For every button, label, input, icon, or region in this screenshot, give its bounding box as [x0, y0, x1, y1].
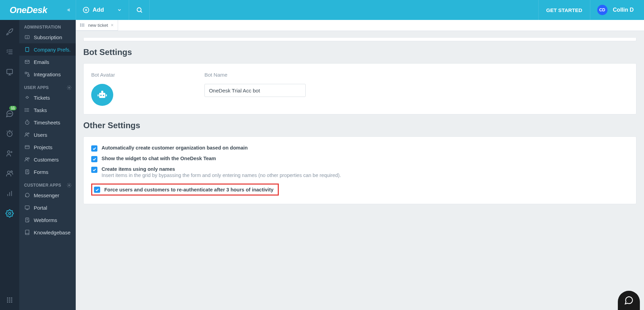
bot-avatar[interactable] — [91, 84, 113, 106]
sidebar-item-knowledgebase[interactable]: Knowledgebase — [19, 226, 76, 239]
rail-apps-icon[interactable] — [0, 294, 19, 306]
rail-messenger-icon[interactable]: 11 — [0, 108, 19, 120]
svg-point-14 — [8, 151, 10, 153]
sidebar-section-user-apps: USER APPS — [19, 80, 76, 91]
webforms-icon — [24, 217, 30, 223]
sidebar-item-projects[interactable]: Projects — [19, 141, 76, 153]
sidebar-item-users[interactable]: Users — [19, 129, 76, 141]
rail-tasks-icon[interactable] — [0, 46, 19, 58]
svg-text:$: $ — [27, 36, 28, 38]
sidebar-item-forms[interactable]: Forms — [19, 166, 76, 178]
collapse-sidebar-icon[interactable] — [67, 8, 72, 12]
gear-icon[interactable] — [67, 85, 72, 90]
rail-projects-icon[interactable] — [0, 66, 19, 78]
add-label: Add — [93, 7, 104, 13]
rail-analytics-icon[interactable] — [0, 188, 19, 199]
add-button[interactable]: + Add — [76, 0, 129, 20]
svg-point-9 — [10, 113, 10, 114]
logo-text: OneDesk — [10, 5, 47, 15]
setting-row-show-widget: Show the widget to chat with the OneDesk… — [91, 156, 629, 162]
svg-point-69 — [103, 95, 104, 96]
avatar[interactable]: CD — [597, 5, 608, 15]
gear-icon[interactable] — [67, 183, 72, 188]
sidebar-section-administration: ADMINISTRATION — [19, 20, 76, 31]
panel-sliver — [83, 38, 636, 41]
nav-rail: 11 — [0, 20, 19, 310]
svg-point-46 — [25, 111, 25, 111]
sidebar-item-tasks[interactable]: Tasks — [19, 104, 76, 116]
panel-bot-settings: Bot Avatar Bot Name — [83, 63, 636, 114]
sidebar-item-tickets[interactable]: Tickets — [19, 91, 76, 104]
username[interactable]: Collin D — [613, 7, 644, 13]
integrations-icon — [24, 71, 30, 77]
rail-getting-started-icon[interactable] — [0, 26, 19, 38]
svg-point-64 — [80, 24, 81, 24]
logo[interactable]: OneDesk — [0, 0, 76, 20]
sidebar: ADMINISTRATION $ Subscription Company Pr… — [19, 20, 76, 310]
sidebar-item-webforms[interactable]: Webforms — [19, 214, 76, 226]
tasks-icon — [24, 107, 30, 113]
svg-point-50 — [25, 133, 27, 135]
checkbox[interactable] — [94, 187, 100, 193]
svg-point-11 — [7, 132, 12, 137]
bot-avatar-label: Bot Avatar — [91, 72, 115, 78]
close-icon[interactable]: × — [111, 22, 114, 28]
sidebar-item-portal[interactable]: Portal — [19, 201, 76, 214]
svg-point-47 — [25, 121, 29, 124]
sidebar-item-label: Knowledgebase — [34, 230, 71, 235]
search-button[interactable] — [129, 0, 150, 20]
sidebar-item-emails[interactable]: Emails — [19, 56, 76, 68]
chat-bubble-button[interactable] — [618, 291, 640, 310]
sidebar-item-timesheets[interactable]: Timesheets — [19, 116, 76, 129]
checkbox[interactable] — [91, 167, 97, 173]
sidebar-item-messenger[interactable]: Messenger — [19, 189, 76, 201]
subscription-icon: $ — [24, 34, 30, 40]
rail-badge: 11 — [9, 106, 17, 110]
sidebar-item-label: Customers — [34, 157, 59, 163]
plus-icon: + — [83, 7, 89, 13]
panel-other-settings: Automatically create customer organizati… — [83, 136, 636, 204]
sidebar-item-label: Tickets — [34, 95, 50, 101]
setting-row-auto-create-org: Automatically create customer organizati… — [91, 145, 629, 152]
svg-rect-22 — [9, 298, 10, 299]
emails-icon — [24, 59, 30, 65]
chevron-down-icon — [117, 8, 122, 12]
messenger-icon — [24, 192, 30, 198]
get-started-button[interactable]: GET STARTED — [538, 0, 590, 20]
tab-icon — [80, 22, 85, 28]
rail-settings-icon[interactable] — [0, 208, 19, 219]
timesheets-icon — [24, 119, 30, 125]
svg-point-15 — [8, 171, 10, 174]
sidebar-item-customers[interactable]: Customers — [19, 153, 76, 166]
checkbox[interactable] — [91, 145, 97, 152]
svg-point-44 — [25, 108, 25, 109]
tab-new-ticket[interactable]: new ticket × — [76, 20, 118, 31]
svg-rect-52 — [25, 145, 29, 148]
setting-label: Create items using only names — [102, 166, 341, 172]
bot-name-input[interactable] — [204, 84, 306, 97]
svg-rect-71 — [98, 95, 99, 97]
svg-rect-5 — [7, 69, 13, 74]
highlighted-setting: Force users and customers to re-authenti… — [91, 184, 279, 196]
section-title-bot-settings: Bot Settings — [83, 47, 644, 57]
rail-customers-icon[interactable] — [0, 168, 19, 179]
company-prefs-icon — [24, 46, 30, 53]
portal-icon — [24, 204, 30, 211]
sidebar-item-subscription[interactable]: $ Subscription — [19, 31, 76, 43]
svg-point-0 — [137, 8, 141, 12]
rail-billing-icon[interactable] — [0, 148, 19, 159]
sidebar-item-integrations[interactable]: Integrations — [19, 68, 76, 80]
sidebar-section-customer-apps: CUSTOMER APPS — [19, 178, 76, 189]
projects-icon — [24, 144, 30, 150]
sidebar-item-label: Subscription — [34, 34, 62, 40]
svg-rect-28 — [9, 301, 10, 302]
rail-timer-icon[interactable] — [0, 128, 19, 140]
svg-point-55 — [28, 158, 29, 159]
sidebar-item-company-prefs[interactable]: Company Prefs. — [19, 43, 76, 56]
customers-icon — [24, 156, 30, 163]
knowledgebase-icon — [24, 229, 30, 235]
sidebar-item-label: Webforms — [34, 217, 57, 223]
main-content: new ticket × Bot Settings Bot Avatar Bot… — [76, 20, 644, 310]
forms-icon — [24, 169, 30, 175]
checkbox[interactable] — [91, 156, 97, 162]
